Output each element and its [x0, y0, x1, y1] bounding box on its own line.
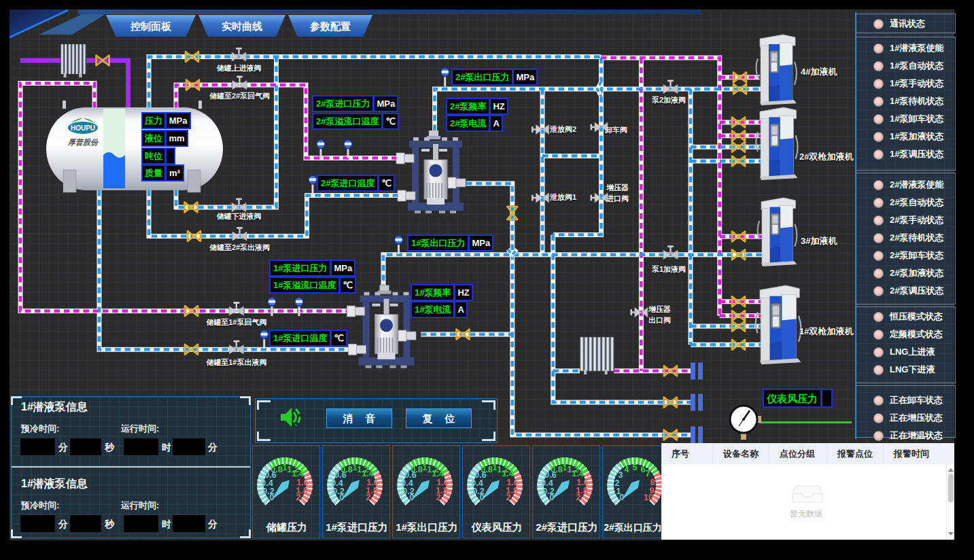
svg-text:0.8: 0.8 [551, 465, 562, 474]
svg-text:4: 4 [625, 465, 629, 474]
svg-text:0.8: 0.8 [411, 465, 422, 474]
svg-text:5: 5 [633, 463, 638, 472]
svg-text:10: 10 [644, 493, 653, 502]
svg-text:0.2: 0.2 [332, 487, 344, 496]
svg-text:1: 1 [616, 487, 621, 496]
svg-text:0.4: 0.4 [541, 478, 553, 488]
svg-text:2: 2 [576, 493, 581, 502]
svg-text:0.4: 0.4 [261, 478, 273, 488]
svg-text:2: 2 [296, 493, 301, 502]
svg-text:1.4: 1.4 [572, 469, 583, 478]
svg-text:0.2: 0.2 [472, 487, 484, 496]
svg-text:0.2: 0.2 [262, 487, 274, 496]
svg-text:0.4: 0.4 [331, 478, 343, 488]
svg-text:2: 2 [615, 478, 620, 488]
svg-text:0.4: 0.4 [471, 478, 483, 488]
svg-text:3: 3 [619, 470, 623, 480]
svg-text:2: 2 [506, 493, 511, 502]
svg-text:6: 6 [641, 465, 646, 474]
svg-text:1.4: 1.4 [292, 469, 303, 478]
svg-text:1.4: 1.4 [432, 469, 443, 478]
svg-text:1.4: 1.4 [362, 469, 373, 478]
svg-text:0.8: 0.8 [271, 465, 282, 474]
svg-text:0.4: 0.4 [401, 478, 413, 488]
svg-text:0.8: 0.8 [481, 465, 492, 474]
svg-text:0.8: 0.8 [341, 465, 352, 474]
svg-text:1.4: 1.4 [502, 469, 513, 478]
svg-text:0.2: 0.2 [542, 487, 554, 496]
svg-text:0.2: 0.2 [402, 487, 414, 496]
svg-text:2: 2 [436, 493, 441, 502]
svg-text:7: 7 [646, 469, 650, 478]
svg-text:2: 2 [366, 493, 371, 502]
